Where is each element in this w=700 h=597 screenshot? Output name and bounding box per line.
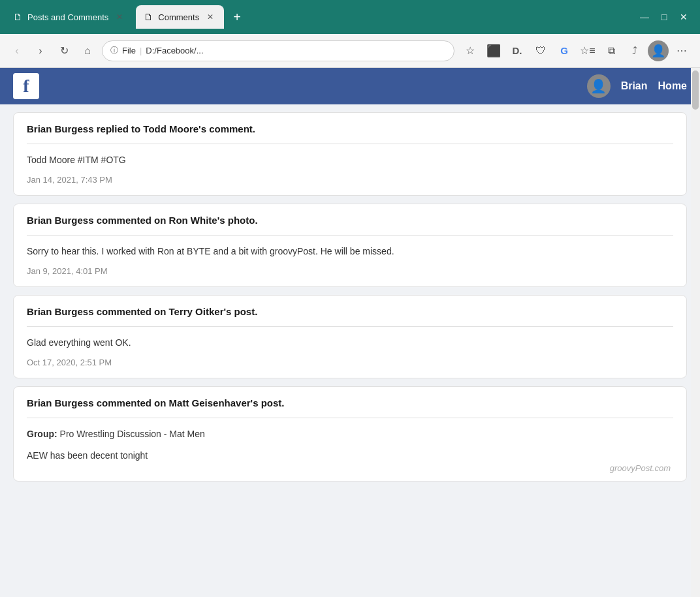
- forward-button[interactable]: ›: [31, 42, 50, 60]
- minimize-button[interactable]: —: [639, 11, 650, 23]
- browser-addressbar: ‹ › ↻ ⌂ ⓘ File | D:/Facebook/... ☆ ⬛ D. …: [0, 34, 700, 68]
- tab1-close-button[interactable]: ✕: [114, 11, 125, 23]
- card4-text: AEW has been decent tonight: [27, 449, 673, 463]
- home-button[interactable]: ⌂: [78, 42, 97, 60]
- card2-time: Jan 9, 2021, 4:01 PM: [27, 266, 673, 276]
- tab2-label: Comments: [158, 12, 199, 22]
- info-icon: ⓘ: [110, 45, 118, 56]
- comment-card-4: Brian Burgess commented on Matt Geisenha…: [13, 386, 687, 482]
- card4-group-label: Group:: [27, 429, 57, 439]
- fb-nav-right: 👤 Brian Home: [587, 74, 687, 98]
- bookmark-icon[interactable]: ☆: [460, 40, 481, 61]
- watermark: groovyPost.com: [610, 463, 671, 473]
- card1-divider: [27, 144, 673, 144]
- card4-body: Group: Pro Wrestling Discussion - Mat Me…: [27, 427, 673, 441]
- address-value: D:/Facebook/...: [146, 46, 203, 55]
- disqus-icon[interactable]: D.: [507, 40, 528, 61]
- tab-comments[interactable]: 🗋 Comments ✕: [136, 5, 224, 29]
- shield-icon[interactable]: 🛡: [530, 40, 551, 61]
- card2-title: Brian Burgess commented on Ron White's p…: [27, 215, 673, 226]
- maximize-button[interactable]: □: [658, 11, 670, 23]
- fb-home-link[interactable]: Home: [658, 80, 687, 92]
- add-tab-button[interactable]: +: [227, 7, 247, 27]
- card2-divider: [27, 235, 673, 236]
- comment-card-2: Brian Burgess commented on Ron White's p…: [13, 204, 687, 287]
- comment-card-1: Brian Burgess replied to Todd Moore's co…: [13, 112, 687, 196]
- google-icon[interactable]: G: [554, 40, 575, 61]
- extension-red-icon[interactable]: ⬛: [483, 40, 504, 61]
- tab1-icon: 🗋: [13, 12, 22, 22]
- share-icon[interactable]: ⤴: [624, 40, 645, 61]
- card4-group-name: Pro Wrestling Discussion - Mat Men: [60, 429, 205, 439]
- card4-title: Brian Burgess commented on Matt Geisenha…: [27, 397, 673, 408]
- tab-posts-and-comments[interactable]: 🗋 Posts and Comments ✕: [5, 5, 133, 29]
- facebook-logo: f: [13, 73, 39, 99]
- toolbar-icons: ☆ ⬛ D. 🛡 G ☆≡ ⧉ ⤴ 👤 ⋯: [460, 40, 692, 61]
- card3-body: Glad everything went OK.: [27, 336, 673, 350]
- card2-body: Sorry to hear this. I worked with Ron at…: [27, 245, 673, 258]
- content-scroll-area[interactable]: f 👤 Brian Home Brian Burgess replied to …: [0, 68, 700, 597]
- address-bar[interactable]: ⓘ File | D:/Facebook/...: [102, 40, 454, 61]
- close-button[interactable]: ✕: [678, 11, 690, 23]
- comment-card-3: Brian Burgess commented on Terry Oitker'…: [13, 295, 687, 378]
- browser-content: f 👤 Brian Home Brian Burgess replied to …: [0, 68, 700, 597]
- browser-titlebar: 🗋 Posts and Comments ✕ 🗋 Comments ✕ + — …: [0, 0, 700, 34]
- card3-time: Oct 17, 2020, 2:51 PM: [27, 358, 673, 367]
- file-label: File: [122, 46, 136, 55]
- scrollbar-thumb[interactable]: [692, 70, 699, 110]
- window-controls: — □ ✕: [639, 11, 695, 23]
- fb-user-avatar[interactable]: 👤: [587, 74, 611, 98]
- card1-title: Brian Burgess replied to Todd Moore's co…: [27, 123, 673, 134]
- card3-divider: [27, 326, 673, 327]
- card1-time: Jan 14, 2021, 7:43 PM: [27, 175, 673, 185]
- tab2-close-button[interactable]: ✕: [204, 11, 216, 23]
- facebook-header: f 👤 Brian Home: [0, 68, 700, 104]
- tab1-label: Posts and Comments: [27, 12, 108, 22]
- card3-title: Brian Burgess commented on Terry Oitker'…: [27, 306, 673, 317]
- card1-body: Todd Moore #ITM #OTG: [27, 153, 673, 167]
- back-button[interactable]: ‹: [8, 42, 26, 60]
- tab2-icon: 🗋: [144, 12, 153, 22]
- reload-button[interactable]: ↻: [55, 42, 73, 60]
- fb-content: Brian Burgess replied to Todd Moore's co…: [0, 104, 700, 489]
- favorites-icon[interactable]: ☆≡: [577, 40, 598, 61]
- more-button[interactable]: ⋯: [671, 40, 692, 61]
- fb-username: Brian: [621, 80, 648, 92]
- scrollbar-track[interactable]: [691, 68, 700, 597]
- profile-avatar[interactable]: 👤: [648, 40, 669, 61]
- collections-icon[interactable]: ⧉: [601, 40, 622, 61]
- card4-divider: [27, 418, 673, 418]
